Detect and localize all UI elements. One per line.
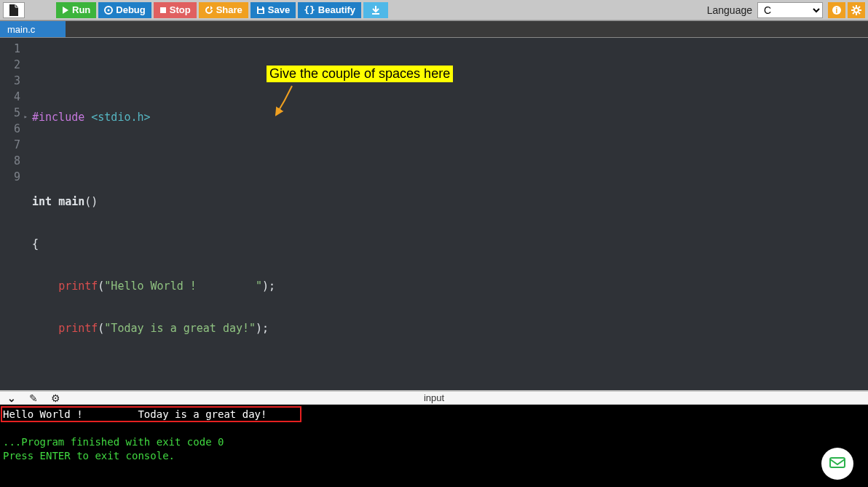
- panel-divider[interactable]: ⌄ ✎ ⚙ input: [0, 390, 868, 405]
- share-label: Share: [216, 4, 242, 15]
- run-button[interactable]: Run: [56, 2, 96, 18]
- beautify-button[interactable]: {} Beautify: [298, 2, 361, 18]
- line-number: 5: [0, 105, 26, 121]
- debug-button[interactable]: Debug: [98, 2, 151, 18]
- chevron-down-icon[interactable]: ⌄: [7, 392, 16, 404]
- svg-rect-3: [259, 7, 262, 9]
- console-line: Hello World ! Today is a great day!: [3, 408, 865, 421]
- tab-bar: main.c: [0, 20, 868, 38]
- tab-main-c[interactable]: main.c: [0, 21, 66, 37]
- arrow-annotation: [270, 83, 299, 119]
- language-select[interactable]: C: [757, 2, 823, 18]
- code-line: printf("Today is a great day!");: [26, 320, 868, 336]
- code-line: #include <stdio.h>: [26, 109, 868, 125]
- line-number: 4: [0, 89, 26, 105]
- line-number: 1: [0, 41, 26, 57]
- svg-rect-4: [259, 10, 263, 13]
- toolbar: Run Debug Stop Share Save {} Beautify La…: [0, 0, 868, 20]
- line-number: 3: [0, 73, 26, 89]
- code-editor[interactable]: 1 2 3 4 5 6 7 8 9 #include <stdio.h> int…: [0, 38, 868, 390]
- svg-point-1: [108, 9, 110, 11]
- file-icon: [9, 4, 19, 16]
- console-line: ...Program finished with exit code 0: [3, 435, 865, 449]
- line-number: 7: [0, 137, 26, 153]
- code-line: {: [26, 236, 868, 252]
- instruction-annotation: Give the couple of spaces here: [267, 66, 453, 82]
- play-icon: [62, 7, 69, 14]
- svg-point-7: [854, 8, 859, 12]
- save-button[interactable]: Save: [250, 2, 296, 18]
- code-line: printf("Hello World ! ");: [26, 278, 868, 294]
- download-icon: [371, 5, 381, 15]
- console-line: Press ENTER to exit console.: [3, 449, 865, 463]
- line-number: 9: [0, 169, 26, 185]
- line-number: 6: [0, 121, 26, 137]
- new-file-button[interactable]: [3, 2, 25, 18]
- tab-label: main.c: [7, 24, 35, 35]
- console-output[interactable]: Hello World ! Today is a great day! ...P…: [0, 405, 868, 487]
- code-content[interactable]: #include <stdio.h> int main() { printf("…: [26, 38, 868, 390]
- edit-icon[interactable]: ✎: [29, 392, 38, 404]
- input-tab-label[interactable]: input: [424, 392, 444, 403]
- svg-rect-8: [830, 458, 845, 467]
- save-label: Save: [268, 4, 290, 15]
- code-line: [26, 363, 868, 379]
- svg-rect-2: [160, 7, 166, 13]
- code-line: [26, 151, 868, 167]
- debug-icon: [104, 6, 113, 15]
- code-line: int main(): [26, 194, 868, 210]
- chat-icon: [829, 456, 846, 471]
- settings-button[interactable]: [848, 2, 865, 18]
- share-button[interactable]: Share: [199, 2, 248, 18]
- stop-icon: [159, 7, 167, 14]
- gear-small-icon[interactable]: ⚙: [51, 392, 60, 404]
- stop-label: Stop: [170, 4, 191, 15]
- language-label: Language: [707, 4, 752, 16]
- run-label: Run: [72, 4, 90, 15]
- save-icon: [256, 6, 265, 15]
- info-icon: i: [832, 5, 842, 15]
- gear-icon: [851, 5, 861, 15]
- debug-label: Debug: [116, 4, 145, 15]
- share-icon: [205, 6, 213, 15]
- line-number: 8: [0, 153, 26, 169]
- line-gutter: 1 2 3 4 5 6 7 8 9: [0, 38, 26, 390]
- chat-button[interactable]: [821, 448, 853, 480]
- beautify-label: Beautify: [318, 4, 355, 15]
- line-number: 2: [0, 57, 26, 73]
- svg-text:i: i: [836, 7, 838, 15]
- braces-icon: {}: [304, 4, 315, 15]
- info-button[interactable]: i: [828, 2, 845, 18]
- console-blank: [3, 421, 865, 435]
- download-button[interactable]: [363, 2, 388, 18]
- stop-button[interactable]: Stop: [154, 2, 197, 18]
